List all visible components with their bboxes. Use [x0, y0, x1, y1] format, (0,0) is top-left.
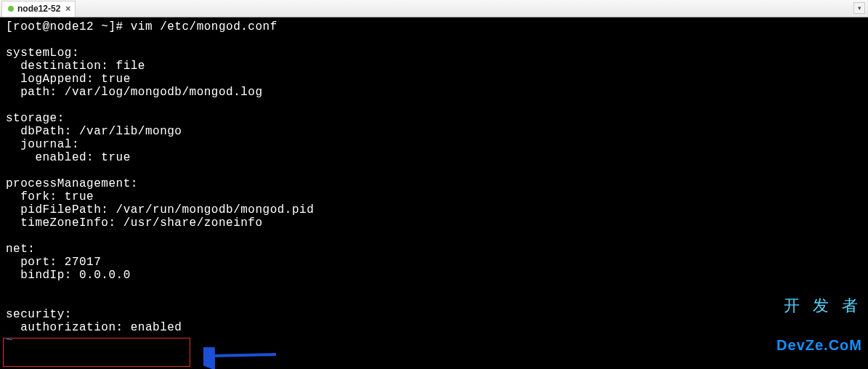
shell-command: vim /etc/mongod.conf [131, 20, 277, 33]
file-line-highlighted: authorization: enabled [6, 321, 182, 334]
file-line: port: 27017 [6, 256, 101, 269]
connection-status-icon [8, 6, 14, 12]
file-line: security: [6, 308, 72, 321]
chevron-down-icon: ▾ [858, 4, 861, 12]
tab-label: node12-52 [17, 4, 60, 14]
file-line: fork: true [6, 190, 94, 203]
file-line: path: /var/log/mongodb/mongod.log [6, 86, 263, 99]
tab-bar: node12-52 × ▾ [0, 0, 868, 17]
terminal-tab[interactable]: node12-52 × [1, 1, 76, 17]
file-line: timeZoneInfo: /usr/share/zoneinfo [6, 216, 263, 230]
file-line: storage: [6, 112, 65, 125]
file-line: pidFilePath: /var/run/mongodb/mongod.pid [6, 203, 314, 216]
watermark-line1: 开 发 者 [776, 299, 862, 312]
arrow-annotation [203, 347, 283, 369]
watermark: 开 发 者 DevZe.CoM [776, 273, 862, 365]
file-line: dbPath: /var/lib/mongo [6, 125, 182, 138]
close-icon[interactable]: × [65, 4, 70, 14]
shell-prompt: [root@node12 ~]# [6, 20, 131, 33]
file-line: logAppend: true [6, 73, 131, 86]
tab-menu-button[interactable]: ▾ [853, 2, 865, 14]
file-line: enabled: true [6, 151, 131, 164]
file-line: bindIp: 0.0.0.0 [6, 269, 131, 282]
file-line: systemLog: [6, 46, 79, 60]
watermark-line2: DevZe.CoM [776, 338, 862, 352]
file-line: journal: [6, 138, 79, 151]
vim-tilde: ~ [6, 334, 13, 347]
highlight-rectangle [3, 338, 190, 367]
file-line: net: [6, 243, 35, 256]
file-line: destination: file [6, 60, 145, 73]
file-line: processManagement: [6, 177, 138, 190]
svg-line-1 [209, 354, 276, 356]
terminal-view[interactable]: [root@node12 ~]# vim /etc/mongod.conf sy… [0, 17, 868, 369]
